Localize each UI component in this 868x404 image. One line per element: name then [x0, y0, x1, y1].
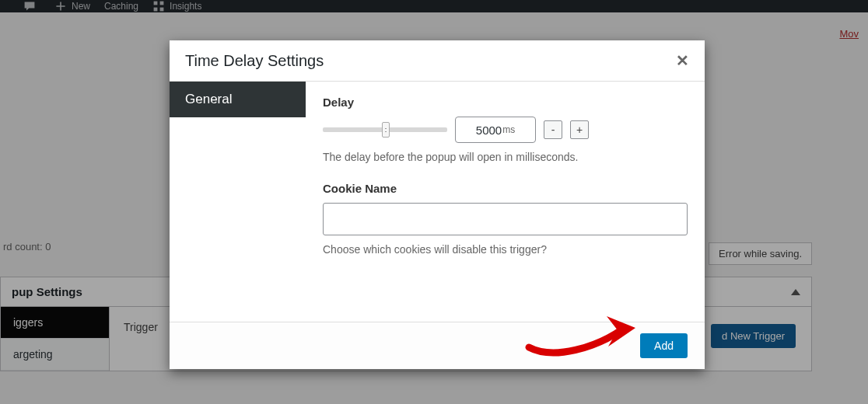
- modal-tab-general[interactable]: General: [170, 82, 306, 117]
- delay-unit: ms: [502, 124, 515, 135]
- delay-slider[interactable]: [323, 127, 447, 132]
- slider-handle[interactable]: [382, 122, 390, 138]
- delay-value: 5000: [476, 124, 502, 137]
- decrement-button[interactable]: -: [544, 120, 562, 139]
- modal-footer: Add: [170, 322, 705, 369]
- delay-help-text: The delay before the popup will open in …: [323, 151, 688, 163]
- increment-button[interactable]: +: [570, 120, 589, 139]
- delay-input[interactable]: 5000ms: [455, 117, 536, 143]
- modal-content: Delay 5000ms - + The delay before the po…: [306, 82, 705, 322]
- modal-tabs: General: [170, 82, 306, 322]
- modal-title: Time Delay Settings: [185, 52, 324, 70]
- delay-label: Delay: [323, 96, 688, 109]
- cookie-help-text: Choose which cookies will disable this t…: [323, 243, 688, 256]
- add-button[interactable]: Add: [640, 333, 688, 358]
- cookie-name-input[interactable]: [323, 203, 688, 235]
- time-delay-modal: Time Delay Settings ✕ General Delay 5000…: [170, 40, 705, 369]
- delay-slider-row: 5000ms - +: [323, 117, 688, 143]
- cookie-label: Cookie Name: [323, 182, 688, 195]
- modal-header: Time Delay Settings ✕: [170, 40, 705, 82]
- close-icon[interactable]: ✕: [676, 51, 689, 70]
